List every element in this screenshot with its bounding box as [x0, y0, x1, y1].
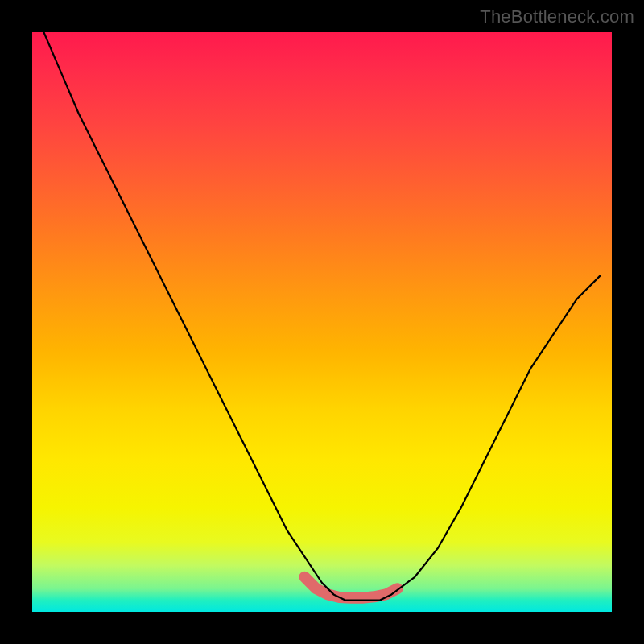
frame-border-left [0, 0, 32, 644]
frame-border-right [612, 0, 644, 644]
chart-svg [32, 32, 612, 612]
watermark-text: TheBottleneck.com [480, 6, 634, 27]
chart-plot-area [32, 32, 612, 612]
bottleneck-curve [43, 32, 600, 601]
frame-border-bottom [0, 612, 644, 644]
valley-highlight-line [304, 577, 397, 598]
